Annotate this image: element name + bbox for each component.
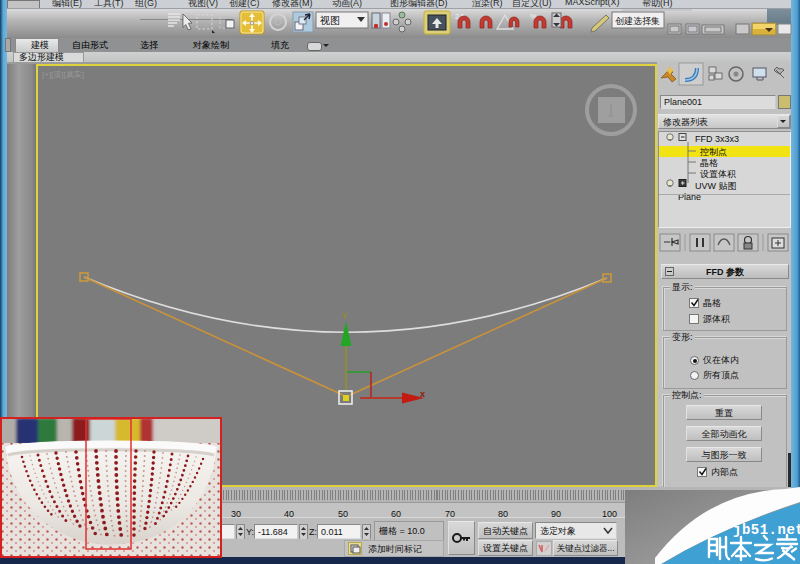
svg-text:设置体积: 设置体积 xyxy=(700,169,736,179)
svg-text:Plane: Plane xyxy=(678,192,701,202)
svg-text:控制点: 控制点 xyxy=(699,147,727,157)
svg-text:晶格: 晶格 xyxy=(700,158,718,168)
svg-text:jb51.net: jb51.net xyxy=(733,522,800,538)
svg-text:FFD 3x3x3: FFD 3x3x3 xyxy=(695,134,739,144)
svg-text:x: x xyxy=(420,389,425,399)
svg-text:UVW 贴图: UVW 贴图 xyxy=(695,181,737,191)
svg-text:Y: Y xyxy=(342,311,348,321)
